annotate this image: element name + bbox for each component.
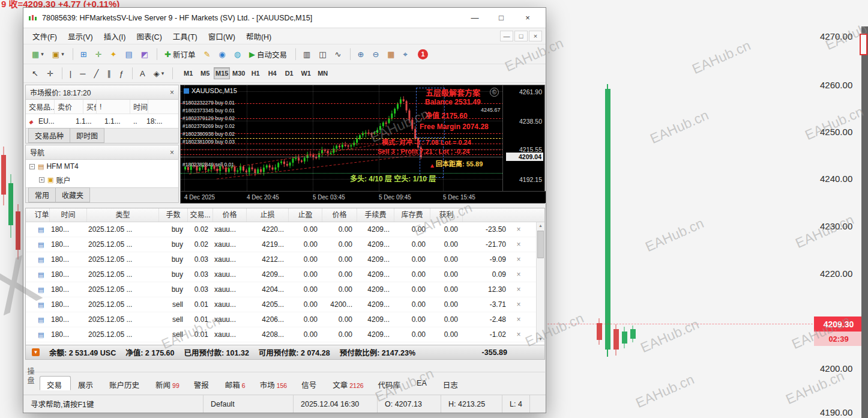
column-header[interactable]: 手数 xyxy=(159,208,188,222)
channel-button[interactable]: ∥ xyxy=(103,68,115,79)
close-panel-icon[interactable]: × xyxy=(170,148,174,157)
column-header[interactable]: 订单 xyxy=(34,208,50,222)
terminal-tab[interactable]: EA xyxy=(409,376,436,390)
order-row[interactable]: 180... 2025.12.05 ... buy 0.03 xauu... 4… xyxy=(26,252,544,267)
mdi-restore-button[interactable]: □ xyxy=(514,31,528,41)
new-order-button[interactable]: ✚ 新订单 xyxy=(161,47,199,62)
market-watch-button[interactable]: ⊞ xyxy=(77,49,91,60)
fibonacci-button[interactable]: ƒ xyxy=(116,68,127,79)
terminal-tab[interactable]: 警报 xyxy=(187,376,218,390)
close-panel-icon[interactable]: × xyxy=(170,88,174,97)
minimize-button[interactable]: — xyxy=(462,9,488,27)
crosshair-button[interactable]: ✛ xyxy=(43,68,57,79)
column-header[interactable]: 库存费 xyxy=(394,208,430,222)
order-row[interactable]: 180... 2025.12.05 ... buy 0.03 xauu... 4… xyxy=(26,267,544,282)
drawing-tool-button[interactable] xyxy=(172,67,173,79)
mdi-close-button[interactable]: × xyxy=(529,31,542,41)
terminal-tab[interactable]: 市场156 xyxy=(253,376,295,390)
order-row[interactable]: 180... 2025.12.05 ... buy 0.03 xauu... 4… xyxy=(26,282,544,297)
timeframe-button[interactable]: H4 xyxy=(264,67,280,79)
navigator-tab[interactable]: 收藏夹 xyxy=(55,187,90,202)
order-row[interactable]: 180... 2025.12.05 ... sell 0.01 xauu... … xyxy=(26,312,544,327)
collapse-icon[interactable]: − xyxy=(29,164,35,169)
menu-item[interactable]: 显示(V) xyxy=(62,28,98,44)
text-label-button[interactable]: A xyxy=(136,68,149,79)
horizontal-line-button[interactable]: ─ xyxy=(76,68,89,79)
drawing-tool-button[interactable] xyxy=(62,67,62,79)
column-header[interactable]: 交易... xyxy=(188,208,213,222)
menu-item[interactable]: 帮助(H) xyxy=(241,28,277,44)
new-chart-button[interactable]: ▦ ▾ xyxy=(28,49,47,60)
community-button[interactable]: ◉ xyxy=(215,49,229,60)
arrows-tool-button[interactable]: ◈ ▾ xyxy=(150,68,168,79)
menu-item[interactable]: 工具(T) xyxy=(167,28,203,44)
close-order-button[interactable] xyxy=(511,270,526,279)
column-header[interactable]: 卖价 xyxy=(55,100,83,114)
menu-item[interactable]: 文件(F) xyxy=(27,28,62,44)
scroll-up-icon[interactable]: ▲ xyxy=(537,223,544,228)
notifications-button[interactable]: 1 xyxy=(412,47,432,61)
column-header[interactable]: ! xyxy=(97,100,130,114)
drawing-tool-button[interactable] xyxy=(132,67,133,79)
terminal-tab[interactable]: 信号 xyxy=(294,376,325,390)
chart-candles-button[interactable]: ◫ xyxy=(315,49,330,60)
column-header[interactable]: 价格 xyxy=(213,208,247,222)
timeframe-button[interactable]: H1 xyxy=(247,67,264,79)
column-header[interactable]: 交易品... xyxy=(26,100,55,114)
market-watch-tab[interactable]: 交易品种 xyxy=(28,128,70,143)
timeframe-button[interactable]: M5 xyxy=(197,67,213,79)
cursor-button[interactable]: ↖ xyxy=(28,68,42,79)
close-order-button[interactable] xyxy=(511,225,526,234)
column-header[interactable]: 手续费 xyxy=(357,208,394,222)
terminal-tab[interactable]: 账户历史 xyxy=(102,376,148,390)
timeframe-button[interactable]: M1 xyxy=(180,67,196,79)
close-order-button[interactable] xyxy=(511,285,526,294)
search-button[interactable]: ⌖ xyxy=(400,49,411,60)
column-header[interactable]: 买价 xyxy=(83,100,97,114)
chart-bars-button[interactable]: ▥ xyxy=(300,49,314,60)
vertical-line-button[interactable]: | xyxy=(66,68,75,79)
vertical-dock-tab[interactable]: 操盘 xyxy=(25,368,35,386)
profiles-button[interactable]: ▣ ▾ xyxy=(49,49,68,60)
navigator-accounts-item[interactable]: + ▣ 账户 xyxy=(26,173,178,186)
column-header[interactable]: 类型 xyxy=(87,208,159,222)
close-button[interactable]: × xyxy=(514,9,541,27)
close-order-button[interactable] xyxy=(511,255,526,264)
timeframe-button[interactable]: MN xyxy=(315,67,331,79)
chart-canvas[interactable]: ▼ ▲ #1802232279 buy 0.01#1802373345 buy … xyxy=(181,85,504,192)
terminal-button[interactable]: ▤ xyxy=(121,49,136,60)
strategy-tester-button[interactable]: ◩ xyxy=(137,49,152,60)
column-header[interactable]: 价格 xyxy=(322,208,357,222)
expand-icon[interactable]: + xyxy=(39,177,44,183)
toolbar-button[interactable] xyxy=(350,48,351,60)
menu-item[interactable]: 插入(I) xyxy=(98,28,131,44)
chart-line-button[interactable]: ∿ xyxy=(331,49,345,60)
column-header[interactable] xyxy=(463,208,511,222)
scroll-down-icon[interactable]: ▼ xyxy=(537,337,544,341)
time-scale[interactable]: 4 Dec 20254 Dec 20:455 Dec 03:455 Dec 09… xyxy=(181,191,546,203)
close-order-button[interactable] xyxy=(511,330,526,339)
maximize-button[interactable]: □ xyxy=(488,9,514,27)
navigator-button[interactable]: ✦ xyxy=(106,49,120,60)
column-header[interactable]: 时间 xyxy=(50,208,87,222)
navigator-root-item[interactable]: − ▤ HFM MT4 xyxy=(26,160,178,173)
order-row[interactable]: 180... 2025.12.05 ... buy 0.02 xauu... 4… xyxy=(26,222,544,237)
market-watch-row[interactable]: EU... 1.1... 1.1... .. 18:... xyxy=(26,114,178,129)
terminal-tab[interactable]: 代码库 xyxy=(371,376,410,390)
data-window-button[interactable]: ✛ xyxy=(92,49,106,60)
price-scale[interactable]: 4261.904238.504215.554192.15 4209.04 xyxy=(502,85,544,192)
zoom-in-button[interactable]: ⊕ xyxy=(354,49,368,60)
close-order-button[interactable] xyxy=(511,300,526,309)
column-header[interactable]: 时间 xyxy=(130,100,148,114)
close-order-button[interactable] xyxy=(511,240,526,249)
zoom-out-button[interactable]: ⊖ xyxy=(369,49,382,60)
trendline-button[interactable]: ╱ xyxy=(90,68,102,79)
terminal-tab[interactable]: 文章2126 xyxy=(325,376,370,390)
background-scrollbar[interactable] xyxy=(861,26,868,418)
column-header[interactable]: 获利 xyxy=(430,208,463,222)
timeframe-button[interactable]: D1 xyxy=(281,67,297,79)
metaeditor-button[interactable]: ✎ xyxy=(200,49,214,60)
order-row[interactable]: 180... 2025.12.05 ... buy 0.02 xauu... 4… xyxy=(26,237,544,252)
tile-windows-button[interactable]: ▦ xyxy=(384,49,398,60)
toolbar-button[interactable] xyxy=(157,48,157,60)
